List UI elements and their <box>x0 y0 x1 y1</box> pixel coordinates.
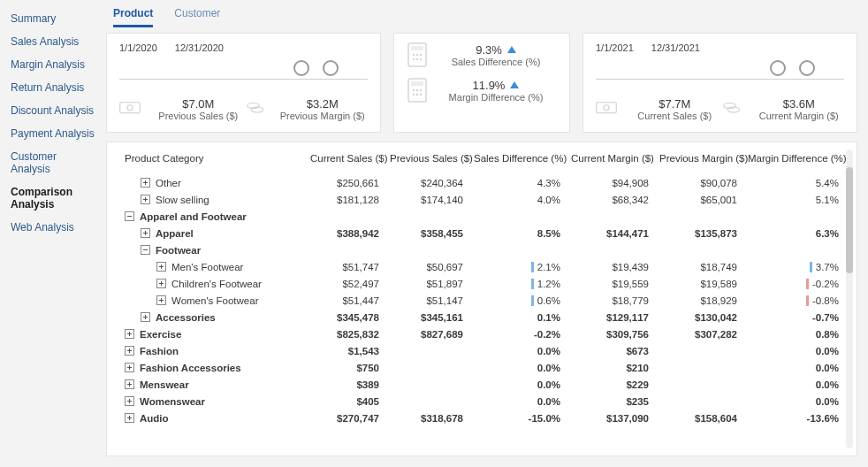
coins-icon <box>720 97 747 117</box>
slider-knob[interactable] <box>799 60 815 76</box>
sidebar-item-sales-analysis[interactable]: Sales Analysis <box>0 30 106 53</box>
sidebar-item-web-analysis[interactable]: Web Analysis <box>0 216 106 239</box>
collapse-icon[interactable] <box>141 245 150 255</box>
slider-knob[interactable] <box>323 60 339 76</box>
svg-point-11 <box>420 58 422 60</box>
prev-sales-value: $7.0M <box>153 97 244 111</box>
table-row[interactable]: Fashion Accessories$7500.0%$2100.0% <box>119 359 844 376</box>
triangle-up-icon <box>507 46 516 53</box>
expand-icon[interactable] <box>125 329 134 339</box>
margin-diff-value: 11.9% <box>473 79 506 92</box>
row-label: Slow selling <box>156 195 209 205</box>
table-row[interactable]: Exercise$825,832$827,689-0.2%$309,756$30… <box>119 325 844 342</box>
expand-icon[interactable] <box>125 413 134 423</box>
diff-bar-icon <box>531 295 534 306</box>
table-row[interactable]: Menswear$3890.0%$2290.0% <box>119 376 844 393</box>
svg-point-8 <box>420 54 422 56</box>
triangle-up-icon <box>510 81 519 88</box>
svg-point-6 <box>413 54 415 56</box>
col-sales-diff[interactable]: Sales Difference (%) <box>468 149 566 174</box>
table-row[interactable]: Children's Footwear$52,497$51,8971.2%$19… <box>119 275 844 292</box>
prev-start-date: 1/1/2020 <box>119 42 157 53</box>
diff-bar-icon <box>806 279 809 289</box>
row-label: Menswear <box>140 379 189 390</box>
sidebar-item-summary[interactable]: Summary <box>0 7 106 30</box>
table-row[interactable]: Fashion$1,5430.0%$6730.0% <box>119 342 844 359</box>
margin-diff-label: Margin Difference (%) <box>435 92 557 103</box>
table-row[interactable]: Footwear <box>119 241 844 258</box>
scrollbar-thumb[interactable] <box>846 167 853 273</box>
curr-period-slider[interactable] <box>596 57 844 80</box>
curr-margin-value: $3.6M <box>754 97 845 111</box>
col-curr-sales[interactable]: Current Sales ($) <box>305 149 385 174</box>
svg-rect-0 <box>120 103 141 113</box>
col-prev-sales[interactable]: Previous Sales ($) <box>385 149 468 174</box>
sidebar-item-return-analysis[interactable]: Return Analysis <box>0 76 106 99</box>
row-label: Fashion Accessories <box>140 363 241 373</box>
table-row[interactable]: Apparel and Footwear <box>119 208 844 225</box>
table-row[interactable]: Women's Footwear$51,447$51,1470.6%$18,77… <box>119 292 844 309</box>
comparison-table: Product Category Current Sales ($) Previ… <box>119 149 844 426</box>
diff-bar-icon <box>531 279 534 289</box>
col-category[interactable]: Product Category <box>119 149 305 174</box>
sales-diff-label: Sales Difference (%) <box>435 57 557 67</box>
table-row[interactable]: Audio$270,747$318,678-15.0%$137,090$158,… <box>119 410 844 426</box>
prev-sales-label: Previous Sales ($) <box>153 111 244 121</box>
svg-rect-5 <box>411 46 423 50</box>
sidebar: SummarySales AnalysisMargin AnalysisRetu… <box>0 0 106 467</box>
curr-end-date: 12/31/2021 <box>651 42 700 53</box>
svg-point-1 <box>127 105 133 111</box>
svg-point-18 <box>416 94 418 96</box>
expand-icon[interactable] <box>141 178 150 188</box>
svg-point-9 <box>413 58 415 60</box>
collapse-icon[interactable] <box>125 211 134 221</box>
sidebar-item-discount-analysis[interactable]: Discount Analysis <box>0 99 106 122</box>
slider-knob[interactable] <box>770 60 786 76</box>
previous-period-card: 1/1/2020 12/31/2020 $7.0M Pr <box>106 33 381 133</box>
svg-point-10 <box>416 58 418 60</box>
difference-card: 9.3% Sales Difference (%) 11.9% Margin D… <box>393 33 570 133</box>
sidebar-item-comparison-analysis[interactable]: Comparison Analysis <box>0 180 106 216</box>
svg-rect-13 <box>411 81 423 86</box>
table-scrollbar[interactable] <box>846 149 853 448</box>
col-margin-diff[interactable]: Margin Difference (%) <box>742 149 844 174</box>
table-row[interactable]: Other$250,661$240,3644.3%$94,908$90,0785… <box>119 174 844 191</box>
expand-icon[interactable] <box>141 195 150 204</box>
curr-sales-value: $7.7M <box>629 97 720 111</box>
table-row[interactable]: Men's Footwear$51,747$50,6972.1%$19,439$… <box>119 258 844 275</box>
table-row[interactable]: Womenswear$4050.0%$2350.0% <box>119 393 844 410</box>
expand-icon[interactable] <box>125 379 134 389</box>
row-label: Footwear <box>156 245 201 256</box>
expand-icon[interactable] <box>156 262 166 272</box>
col-curr-margin[interactable]: Current Margin ($) <box>566 149 654 174</box>
cash-icon <box>119 97 146 117</box>
sidebar-item-margin-analysis[interactable]: Margin Analysis <box>0 53 106 76</box>
sidebar-item-payment-analysis[interactable]: Payment Analysis <box>0 122 106 145</box>
table-row[interactable]: Accessories$345,478$345,1610.1%$129,117$… <box>119 309 844 325</box>
slider-knob[interactable] <box>293 60 309 76</box>
expand-icon[interactable] <box>156 295 166 305</box>
svg-point-21 <box>604 105 609 111</box>
row-label: Womenswear <box>140 396 205 407</box>
tab-product[interactable]: Product <box>113 5 153 27</box>
row-label: Children's Footwear <box>171 279 262 289</box>
sales-diff-value: 9.3% <box>476 43 502 57</box>
expand-icon[interactable] <box>141 228 150 238</box>
expand-icon[interactable] <box>125 346 134 356</box>
col-prev-margin[interactable]: Previous Margin ($) <box>654 149 742 174</box>
expand-icon[interactable] <box>141 312 150 322</box>
tab-customer[interactable]: Customer <box>174 5 220 27</box>
sidebar-item-customer-analysis[interactable]: Customer Analysis <box>0 145 106 180</box>
coins-icon <box>244 97 270 117</box>
table-row[interactable]: Apparel$388,942$358,4558.5%$144,471$135,… <box>119 225 844 241</box>
svg-point-15 <box>416 89 418 91</box>
expand-icon[interactable] <box>125 363 134 372</box>
row-label: Apparel and Footwear <box>140 211 247 222</box>
current-period-card: 1/1/2021 12/31/2021 $7.7M Cu <box>582 33 857 133</box>
expand-icon[interactable] <box>125 396 134 406</box>
diff-bar-icon <box>810 262 812 272</box>
row-label: Women's Footwear <box>171 295 259 306</box>
expand-icon[interactable] <box>156 279 166 288</box>
table-row[interactable]: Slow selling$181,128$174,1404.0%$68,342$… <box>119 191 844 208</box>
prev-period-slider[interactable] <box>119 57 368 80</box>
